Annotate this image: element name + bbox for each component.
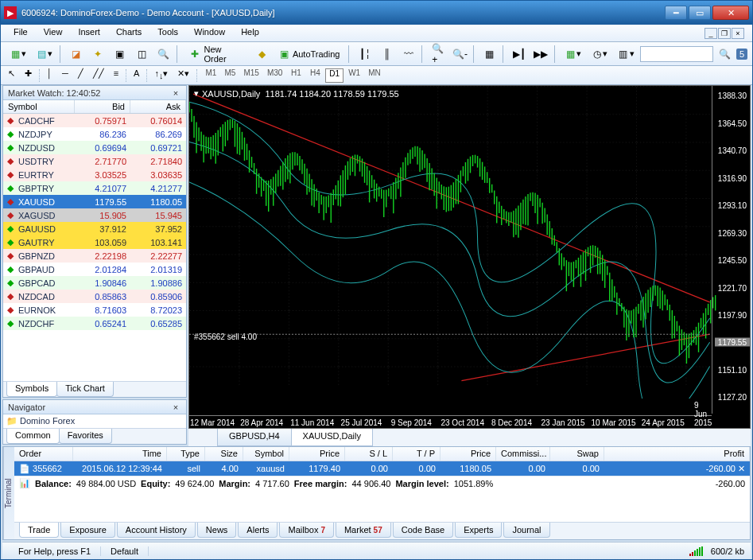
timeframe-d1[interactable]: D1 bbox=[325, 68, 344, 83]
channel-button[interactable]: ╱╱ bbox=[91, 68, 107, 83]
menu-view[interactable]: View bbox=[36, 25, 71, 41]
th-profit[interactable]: Profit bbox=[604, 447, 750, 461]
chart-tab-gbpusd-h4[interactable]: GBPUSD,H4 bbox=[217, 429, 292, 446]
vertical-line-button[interactable]: │ bbox=[45, 68, 55, 83]
timeframe-m1[interactable]: M1 bbox=[202, 68, 219, 83]
periodicity-button[interactable]: ◷▾ bbox=[587, 45, 611, 63]
mw-header-symbol[interactable]: Symbol bbox=[3, 100, 75, 113]
horizontal-line-button[interactable]: ─ bbox=[60, 68, 71, 83]
mw-row-gauusd[interactable]: ◆ GAUUSD 37.912 37.952 bbox=[3, 222, 186, 235]
timeframe-m30[interactable]: M30 bbox=[264, 68, 285, 83]
th-size[interactable]: Size bbox=[205, 447, 243, 461]
tab-experts[interactable]: Experts bbox=[455, 523, 502, 538]
trendline-button[interactable]: ╱ bbox=[76, 68, 86, 83]
timeframe-mn[interactable]: MN bbox=[365, 68, 384, 83]
mw-header-bid[interactable]: Bid bbox=[75, 100, 130, 113]
timeframe-w1[interactable]: W1 bbox=[345, 68, 363, 83]
th-sl[interactable]: S / L bbox=[345, 447, 393, 461]
cursor-button[interactable]: ↖ bbox=[6, 68, 17, 83]
minimize-button[interactable]: ━ bbox=[665, 6, 687, 20]
maximize-button[interactable]: ▭ bbox=[689, 6, 711, 20]
th-symbol[interactable]: Symbol bbox=[243, 447, 289, 461]
mw-row-gautry[interactable]: ◆ GAUTRY 103.059 103.141 bbox=[3, 235, 186, 249]
th-type[interactable]: Type bbox=[167, 447, 205, 461]
mw-row-usdtry[interactable]: ◆ USDTRY 2.71770 2.71840 bbox=[3, 154, 186, 168]
line-chart-button[interactable]: 〰 bbox=[398, 45, 418, 63]
chart-tab-xauusd-daily[interactable]: XAUUSD,Daily bbox=[291, 429, 373, 446]
mw-row-nzdusd[interactable]: ◆ NZDUSD 0.69694 0.69721 bbox=[3, 141, 186, 154]
shift-chart-button[interactable]: ▶┃ bbox=[509, 45, 529, 63]
arrows-button[interactable]: ↑↓▾ bbox=[152, 68, 170, 83]
mw-row-nzdcad[interactable]: ◆ NZDCAD 0.85863 0.85906 bbox=[3, 290, 186, 303]
tile-windows-button[interactable]: ▦ bbox=[479, 45, 499, 63]
mw-header-ask[interactable]: Ask bbox=[130, 100, 186, 113]
menu-file[interactable]: File bbox=[6, 25, 36, 41]
bar-chart-button[interactable]: ┃╎ bbox=[355, 45, 375, 63]
candle-button[interactable]: ║ bbox=[377, 45, 397, 63]
th-commission[interactable]: Commissi... bbox=[496, 447, 550, 461]
auto-scroll-button[interactable]: ▶▶ bbox=[531, 45, 551, 63]
timeframe-m15[interactable]: M15 bbox=[240, 68, 262, 83]
navigator-tree[interactable]: 📁 Domino Forex bbox=[3, 414, 186, 428]
navigator-button[interactable]: ✦ bbox=[88, 45, 108, 63]
th-swap[interactable]: Swap bbox=[550, 447, 604, 461]
price-chart[interactable]: ▾ XAUUSD,Daily 1181.74 1184.20 1178.59 1… bbox=[188, 85, 751, 429]
mw-row-gbpaud[interactable]: ◆ GBPAUD 2.01284 2.01319 bbox=[3, 262, 186, 276]
crosshair-button[interactable]: ✚ bbox=[22, 68, 34, 83]
timeframe-h1[interactable]: H1 bbox=[287, 68, 305, 83]
indicators-button[interactable]: ▦▾ bbox=[561, 45, 585, 63]
tab-favorites[interactable]: Favorites bbox=[59, 429, 112, 444]
mdi-close-button[interactable]: × bbox=[732, 28, 744, 39]
th-price2[interactable]: Price bbox=[441, 447, 496, 461]
profiles-button[interactable]: ▤▾ bbox=[32, 45, 56, 63]
fibo-button[interactable]: ≡ bbox=[111, 68, 121, 83]
menu-charts[interactable]: Charts bbox=[108, 25, 149, 41]
text-button[interactable]: A bbox=[131, 68, 142, 83]
strategy-tester-button[interactable]: ◫ bbox=[131, 45, 151, 63]
tab-symbols[interactable]: Symbols bbox=[6, 382, 57, 397]
th-time[interactable]: Time bbox=[73, 447, 167, 461]
tab-market[interactable]: Market57 bbox=[336, 523, 391, 538]
tab-tick-chart[interactable]: Tick Chart bbox=[56, 382, 114, 397]
terminal-button[interactable]: ▣ bbox=[110, 45, 130, 63]
tab-account-history[interactable]: Account History bbox=[117, 523, 196, 538]
zoom-out-button[interactable]: 🔍- bbox=[450, 45, 470, 63]
mw-row-gbpcad[interactable]: ◆ GBPCAD 1.90846 1.90886 bbox=[3, 276, 186, 290]
new-chart-button[interactable]: ▦▾ bbox=[6, 45, 30, 63]
mw-row-nzdchf[interactable]: ◆ NZDCHF 0.65241 0.65285 bbox=[3, 317, 186, 330]
zoom-in-button[interactable]: 🔍+ bbox=[428, 45, 448, 63]
tab-news[interactable]: News bbox=[197, 523, 237, 538]
mw-row-xauusd[interactable]: ◆ XAUUSD 1179.55 1180.05 bbox=[3, 195, 186, 208]
th-price1[interactable]: Price bbox=[289, 447, 345, 461]
menu-window[interactable]: Window bbox=[186, 25, 233, 41]
mdi-restore-button[interactable]: ❐ bbox=[718, 28, 731, 39]
data-window-button[interactable]: 🔍 bbox=[153, 45, 173, 63]
terminal-trade-row[interactable]: 📄 355662 2015.06.12 12:39:44 sell 4.00 x… bbox=[14, 461, 750, 476]
timeframe-m5[interactable]: M5 bbox=[221, 68, 239, 83]
th-tp[interactable]: T / P bbox=[393, 447, 441, 461]
mw-row-gbpnzd[interactable]: ◆ GBPNZD 2.22198 2.22277 bbox=[3, 249, 186, 262]
mw-row-cadchf[interactable]: ◆ CADCHF 0.75971 0.76014 bbox=[3, 114, 186, 127]
new-order-button[interactable]: ✚New Order bbox=[183, 45, 250, 63]
tab-code-base[interactable]: Code Base bbox=[393, 523, 453, 538]
market-watch-button[interactable]: ◪ bbox=[66, 45, 86, 63]
timeframe-h4[interactable]: H4 bbox=[306, 68, 324, 83]
chart-expand-icon[interactable]: ▾ bbox=[194, 88, 199, 99]
autotrading-button[interactable]: ▣AutoTrading bbox=[274, 45, 346, 63]
search-input[interactable] bbox=[640, 46, 713, 62]
tab-common[interactable]: Common bbox=[6, 429, 60, 444]
mw-row-gbptry[interactable]: ◆ GBPTRY 4.21077 4.21277 bbox=[3, 181, 186, 195]
templates-button[interactable]: ▥▾ bbox=[613, 45, 638, 63]
close-button[interactable]: ✕ bbox=[712, 6, 749, 20]
tab-mailbox[interactable]: Mailbox7 bbox=[279, 523, 333, 538]
navigator-close-icon[interactable]: × bbox=[170, 402, 181, 412]
mw-row-eurtry[interactable]: ◆ EURTRY 3.03525 3.03635 bbox=[3, 168, 186, 181]
search-button[interactable]: 🔍 bbox=[715, 45, 735, 63]
tab-exposure[interactable]: Exposure bbox=[60, 523, 115, 538]
metaeditor-button[interactable]: ◆ bbox=[252, 45, 272, 63]
mw-row-nzdjpy[interactable]: ◆ NZDJPY 86.236 86.269 bbox=[3, 127, 186, 141]
objects-button[interactable]: ✕▾ bbox=[175, 68, 192, 83]
menu-tools[interactable]: Tools bbox=[149, 25, 186, 41]
mw-row-xagusd[interactable]: ◆ XAGUSD 15.905 15.945 bbox=[3, 208, 186, 222]
market-watch-close-icon[interactable]: × bbox=[170, 88, 181, 98]
